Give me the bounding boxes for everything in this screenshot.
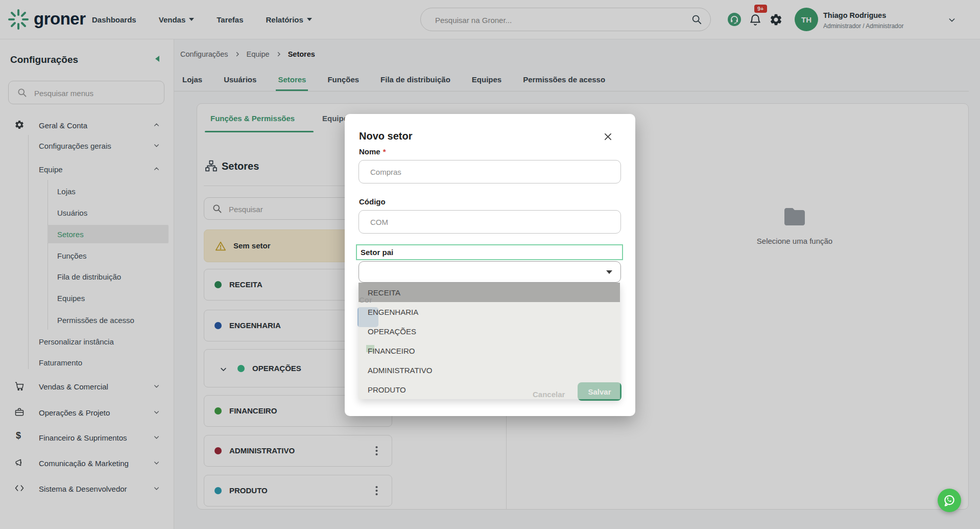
dropdown-option-engenharia[interactable]: ENGENHARIA bbox=[358, 302, 620, 321]
dropdown-option-produto[interactable]: PRODUTO bbox=[358, 380, 620, 399]
dropdown-option-operacoes[interactable]: OPERAÇÕES bbox=[358, 321, 620, 341]
nome-input[interactable] bbox=[358, 160, 621, 183]
codigo-label: Código bbox=[359, 197, 386, 206]
dropdown-option-receita[interactable]: RECEITA bbox=[358, 283, 620, 302]
close-icon[interactable] bbox=[602, 130, 614, 143]
setor-pai-label-box: Setor pai bbox=[356, 244, 623, 260]
required-asterisk: * bbox=[383, 147, 386, 156]
setor-pai-dropdown: RECEITA ENGENHARIA OPERAÇÕES FINANCEIRO … bbox=[358, 283, 620, 399]
whatsapp-icon bbox=[943, 494, 956, 507]
whatsapp-fab[interactable] bbox=[938, 489, 961, 512]
setor-pai-label: Setor pai bbox=[361, 248, 393, 257]
app-root: groner Dashboards Vendas Tarefas Relatór… bbox=[0, 0, 980, 529]
nome-label: Nome* bbox=[359, 147, 386, 156]
setor-pai-select[interactable] bbox=[358, 261, 621, 283]
select-caret-icon bbox=[606, 270, 612, 274]
codigo-input[interactable] bbox=[358, 210, 621, 234]
dropdown-option-administrativo[interactable]: ADMINISTRATIVO bbox=[358, 360, 620, 380]
dropdown-option-financeiro[interactable]: FINANCEIRO bbox=[358, 341, 620, 360]
modal-title: Novo setor bbox=[359, 130, 412, 142]
